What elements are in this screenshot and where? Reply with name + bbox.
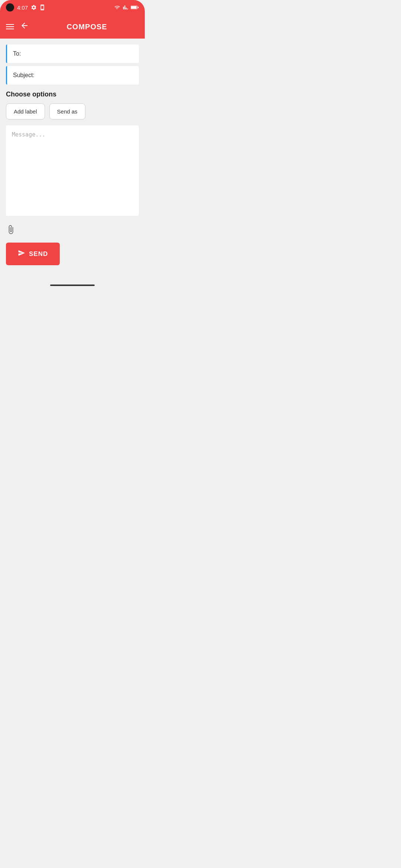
subject-input[interactable] [38,72,133,79]
menu-button[interactable] [6,24,14,29]
add-label-button[interactable]: Add label [6,103,45,119]
camera-dot [6,3,14,11]
svg-rect-4 [131,6,137,9]
send-button-label: SEND [29,250,48,258]
send-as-button[interactable]: Send as [49,103,85,119]
attachment-button[interactable] [6,225,16,237]
send-button[interactable]: SEND [6,243,60,265]
app-bar: COMPOSE [0,15,145,39]
options-title: Choose options [6,91,139,98]
bottom-bar [0,277,145,288]
subject-field-card: Subject: [6,66,139,85]
message-card [6,125,139,216]
subject-label: Subject: [13,72,35,79]
sim-icon [40,4,45,10]
battery-icon [131,5,139,10]
status-bar-left: 4:07 [6,3,45,11]
options-buttons: Add label Send as [6,103,139,119]
page-title: COMPOSE [35,23,139,31]
to-input[interactable] [24,50,133,57]
svg-rect-3 [138,7,139,8]
to-label: To: [13,50,21,57]
wifi-icon [114,5,120,10]
bottom-indicator [50,285,95,286]
to-field-card: To: [6,45,139,63]
gear-icon [31,4,37,10]
main-content: To: Subject: Choose options Add label Se… [0,39,145,277]
status-icons [114,5,139,10]
options-section: Choose options Add label Send as [6,91,139,119]
back-button[interactable] [20,21,29,32]
svg-rect-1 [41,6,43,9]
status-time: 4:07 [17,4,28,11]
status-bar: 4:07 [0,0,145,15]
message-input[interactable] [6,125,139,214]
signal-icon [123,5,128,10]
send-icon [18,249,25,259]
